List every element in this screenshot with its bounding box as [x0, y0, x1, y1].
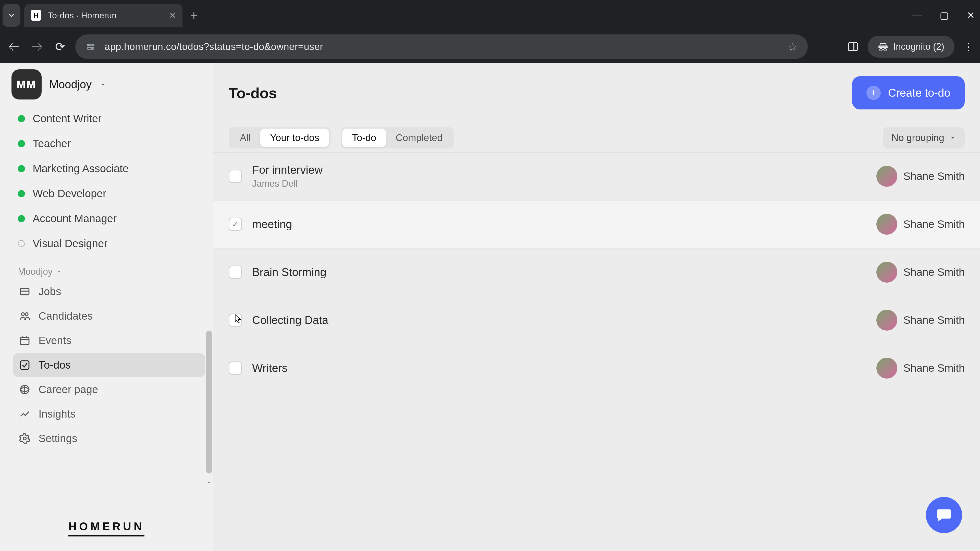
sidebar-footer: HOMERUN [0, 505, 213, 551]
todo-assignee[interactable]: Shane Smith [877, 166, 965, 187]
events-icon [19, 335, 30, 346]
todo-title: Collecting Data [252, 314, 328, 327]
job-status-dot [18, 215, 25, 222]
nav-label: Career page [38, 383, 98, 395]
sidebar-job-item[interactable]: Marketing Associate [13, 156, 205, 181]
window-close-button[interactable]: ✕ [967, 10, 975, 21]
nav-label: Candidates [38, 310, 93, 322]
job-label: Teacher [33, 138, 71, 150]
grouping-dropdown[interactable]: No grouping [883, 127, 965, 148]
nav-label: Events [38, 334, 71, 347]
sidebar-scrollbar[interactable] [205, 121, 213, 478]
todo-row[interactable]: Writers Shane Smith [213, 345, 980, 392]
todo-row[interactable]: For innterview James Dell Shane Smith [213, 152, 980, 200]
assignee-avatar [877, 214, 897, 235]
job-label: Account Manager [33, 213, 117, 225]
reload-button[interactable]: ⟳ [52, 40, 68, 54]
todo-assignee[interactable]: Shane Smith [877, 358, 965, 379]
owner-filter-option[interactable]: Your to-dos [260, 129, 329, 147]
todo-assignee[interactable]: Shane Smith [877, 214, 965, 235]
create-todo-button[interactable]: + Create to-do [852, 76, 965, 110]
chevron-down-icon [56, 269, 62, 275]
main-content: To-dos + Create to-do AllYour to-dos To-… [213, 63, 980, 551]
todo-row[interactable]: ✓ meeting Shane Smith [213, 200, 980, 248]
new-tab-button[interactable]: + [190, 8, 197, 23]
scroll-down-arrow-icon[interactable] [205, 478, 213, 486]
svg-rect-4 [849, 43, 858, 51]
site-settings-icon [86, 41, 96, 52]
sidebar-job-item[interactable]: Content Writer [13, 106, 205, 131]
todos-icon [19, 359, 30, 371]
job-status-dot [18, 165, 25, 172]
todo-row[interactable]: Collecting Data Shane Smith [213, 297, 980, 345]
workspace-switcher[interactable]: MM Moodjoy [0, 63, 213, 106]
segment-label: All [240, 132, 251, 143]
browser-chrome: H To-dos · Homerun ✕ + ― ▢ ✕ 🡠 🡢 ⟳ app.h… [0, 0, 980, 63]
owner-filter-option[interactable]: All [230, 129, 260, 147]
brand-logo[interactable]: HOMERUN [68, 520, 144, 537]
assignee-avatar [877, 310, 897, 330]
sidebar: MM Moodjoy Content Writer Teacher Market… [0, 63, 213, 551]
segment-label: To-do [352, 132, 376, 143]
sidebar-nav-career[interactable]: Career page [13, 378, 205, 402]
svg-point-3 [92, 48, 93, 49]
address-bar[interactable]: app.homerun.co/todos?status=to-do&owner=… [75, 35, 808, 59]
job-status-dot [18, 115, 25, 122]
sidebar-nav-events[interactable]: Events [13, 329, 205, 353]
window-maximize-button[interactable]: ▢ [940, 10, 949, 21]
todo-title: Brain Storming [252, 266, 326, 279]
sidebar-job-item[interactable]: Web Developer [13, 181, 205, 206]
jobs-icon [19, 286, 30, 297]
incognito-icon [878, 41, 888, 52]
tab-close-button[interactable]: ✕ [169, 10, 176, 21]
todo-assignee[interactable]: Shane Smith [877, 310, 965, 330]
chat-icon [935, 507, 953, 524]
todo-text: Writers [252, 362, 288, 375]
browser-tab-active[interactable]: H To-dos · Homerun ✕ [24, 4, 183, 27]
sidebar-nav-insights[interactable]: Insights [13, 402, 205, 426]
sidebar-section-toggle[interactable]: Moodjoy [13, 266, 205, 277]
nav-label: Jobs [38, 286, 61, 298]
todo-checkbox[interactable]: ✓ [229, 218, 242, 231]
bookmark-star-icon[interactable]: ☆ [788, 40, 797, 53]
tab-search-button[interactable] [3, 4, 21, 27]
todo-checkbox[interactable] [229, 313, 242, 327]
forward-button[interactable]: 🡢 [29, 40, 45, 54]
main-header: To-dos + Create to-do [213, 63, 980, 123]
sidebar-scroll-area[interactable]: Content Writer Teacher Marketing Associa… [0, 106, 213, 505]
todo-subtitle: James Dell [252, 178, 323, 189]
sidebar-nav-settings[interactable]: Settings [13, 427, 205, 451]
candidates-icon [19, 310, 30, 322]
plus-icon: + [866, 86, 881, 100]
sidebar-job-item[interactable]: Visual Designer [13, 231, 205, 256]
browser-menu-button[interactable]: ⋮ [963, 41, 974, 52]
assignee-name: Shane Smith [904, 218, 965, 230]
tab-title: To-dos · Homerun [48, 11, 117, 21]
todo-checkbox[interactable] [229, 170, 242, 183]
sidebar-nav-jobs[interactable]: Jobs [13, 279, 205, 303]
grouping-label: No grouping [891, 132, 944, 143]
svg-point-2 [88, 44, 89, 45]
todo-assignee[interactable]: Shane Smith [877, 262, 965, 283]
assignee-name: Shane Smith [904, 170, 965, 183]
incognito-indicator[interactable]: Incognito (2) [868, 36, 955, 58]
settings-icon [19, 433, 30, 444]
sidebar-job-item[interactable]: Account Manager [13, 206, 205, 231]
window-minimize-button[interactable]: ― [912, 10, 922, 21]
chat-fab[interactable] [926, 497, 962, 533]
nav-label: To-dos [38, 359, 71, 371]
todo-checkbox[interactable] [229, 362, 242, 375]
side-panel-icon[interactable] [847, 41, 859, 52]
todo-title: meeting [252, 218, 292, 230]
status-filter-option[interactable]: To-do [342, 129, 386, 147]
sidebar-job-item[interactable]: Teacher [13, 131, 205, 156]
todo-checkbox[interactable] [229, 265, 242, 279]
workspace-name: Moodjoy [49, 78, 92, 91]
sidebar-scroll-thumb[interactable] [206, 330, 212, 473]
incognito-label: Incognito (2) [893, 41, 944, 52]
sidebar-nav-candidates[interactable]: Candidates [13, 304, 205, 328]
status-filter-option[interactable]: Completed [386, 129, 452, 147]
todo-row[interactable]: Brain Storming Shane Smith [213, 248, 980, 297]
sidebar-nav-todos[interactable]: To-dos [13, 353, 205, 377]
back-button[interactable]: 🡠 [6, 40, 22, 54]
